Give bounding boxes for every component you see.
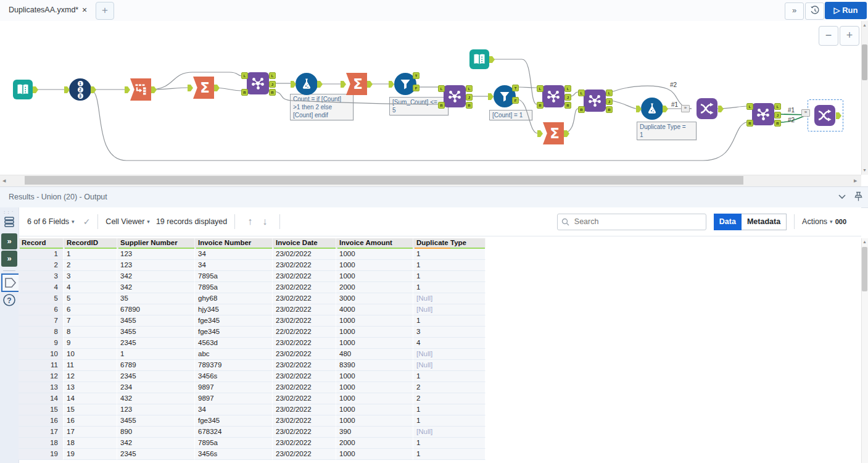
apply-check-icon[interactable]: ✓ <box>83 217 91 227</box>
table-cell[interactable]: 4 <box>413 338 486 349</box>
table-row[interactable]: 6667890hjy34523/02/20224000[Null] <box>19 304 486 315</box>
table-row[interactable]: 1111678978937923/02/20228390[Null] <box>19 360 486 371</box>
table-row[interactable]: 111233423/02/202210001 <box>19 249 486 260</box>
table-cell[interactable]: 9897 <box>195 393 273 404</box>
next-record-icon[interactable]: ↓ <box>262 216 267 227</box>
table-cell[interactable]: 2 <box>64 260 117 271</box>
table-cell[interactable]: 234 <box>117 382 195 393</box>
table-row[interactable]: 15151233423/02/202210001 <box>19 404 486 415</box>
table-cell[interactable]: 1000 <box>336 404 413 415</box>
table-cell[interactable]: 789379 <box>195 360 273 371</box>
record-number-cell[interactable]: 1 <box>19 249 64 260</box>
table-cell[interactable]: 35 <box>117 293 195 304</box>
table-cell[interactable]: 6789 <box>117 360 195 371</box>
table-cell[interactable]: 23/02/2022 <box>273 315 336 327</box>
tool-join-2[interactable] <box>444 85 466 107</box>
tool-join-3[interactable] <box>542 85 564 107</box>
table-cell[interactable]: 1 <box>64 249 117 260</box>
table-cell[interactable]: 1 <box>413 415 486 427</box>
help-button[interactable]: ? <box>1 292 17 308</box>
table-cell[interactable]: 1 <box>413 271 486 282</box>
table-row[interactable]: 221233423/02/202210001 <box>19 260 486 271</box>
table-cell[interactable]: 23/02/2022 <box>273 304 336 315</box>
table-cell[interactable]: 1000 <box>336 382 413 393</box>
table-cell[interactable]: 1000 <box>336 315 413 327</box>
data-tab[interactable]: Data <box>714 214 742 230</box>
table-cell[interactable]: 1 <box>413 315 486 327</box>
tool-join-4[interactable] <box>584 90 606 112</box>
record-number-cell[interactable]: 15 <box>19 404 64 415</box>
close-tab-icon[interactable]: × <box>82 5 87 15</box>
dock-config-button[interactable] <box>1 214 17 230</box>
overflow-menu-icon[interactable]: 000 <box>835 218 846 225</box>
chevron-down-icon[interactable]: ▾ <box>72 219 75 225</box>
tool-summarize-1[interactable]: Σ <box>193 77 214 99</box>
record-number-cell[interactable]: 18 <box>19 438 64 449</box>
table-cell[interactable]: 10 <box>64 349 117 360</box>
tool-annotation[interactable]: Duplicate Type = 1 <box>637 122 696 140</box>
table-cell[interactable]: 3 <box>64 271 117 282</box>
scroll-up-icon[interactable]: ▲ <box>862 23 867 27</box>
table-cell[interactable]: [Null] <box>413 349 486 360</box>
collapse-panel-icon[interactable] <box>838 194 846 200</box>
table-cell[interactable]: 6 <box>64 304 117 315</box>
tool-annotation[interactable]: [Count] = 1 <box>489 110 532 120</box>
new-tab-button[interactable]: + <box>96 2 114 20</box>
panel-grip[interactable]: . . . . . <box>4 209 15 211</box>
table-cell[interactable]: 19 <box>64 449 117 460</box>
table-cell[interactable]: 3455 <box>117 415 195 427</box>
table-cell[interactable]: fge345 <box>195 327 273 338</box>
column-header[interactable]: RecordID <box>64 238 117 249</box>
table-cell[interactable]: 7895a <box>195 438 273 449</box>
table-cell[interactable]: [Null] <box>413 293 486 304</box>
table-row[interactable]: 9923454563d23/02/202210004 <box>19 338 486 349</box>
scroll-left-icon[interactable]: ◀ <box>2 178 6 183</box>
table-cell[interactable]: 1 <box>413 404 486 415</box>
column-header[interactable]: Record <box>19 238 64 249</box>
search-input[interactable] <box>573 217 693 227</box>
table-cell[interactable]: 1 <box>117 349 195 360</box>
search-box[interactable] <box>557 214 706 230</box>
tool-input-2[interactable] <box>469 49 489 69</box>
column-header[interactable]: Invoice Amount <box>336 238 413 249</box>
table-cell[interactable]: 342 <box>117 271 195 282</box>
table-cell[interactable]: 23/02/2022 <box>273 271 336 282</box>
tool-join-1[interactable] <box>247 72 269 94</box>
record-number-cell[interactable]: 12 <box>19 371 64 382</box>
table-row[interactable]: 1313234989723/02/202210002 <box>19 382 486 393</box>
tool-summarize-2[interactable]: Σ <box>346 73 367 95</box>
table-cell[interactable]: 23/02/2022 <box>273 393 336 404</box>
table-cell[interactable]: 8390 <box>336 360 413 371</box>
chevron-down-icon[interactable]: ▾ <box>147 219 150 225</box>
metadata-tab[interactable]: Metadata <box>742 214 787 230</box>
zoom-in-button[interactable]: + <box>840 26 859 46</box>
prev-record-icon[interactable]: ↑ <box>247 216 252 227</box>
table-cell[interactable]: 9 <box>64 338 117 349</box>
table-cell[interactable]: 1000 <box>336 260 413 271</box>
table-cell[interactable]: ghy68 <box>195 293 273 304</box>
scroll-down-icon[interactable]: ▼ <box>862 168 867 172</box>
table-cell[interactable]: 4000 <box>336 304 413 315</box>
table-cell[interactable]: 123 <box>117 260 195 271</box>
table-row[interactable]: 18183427895a23/02/202220001 <box>19 438 486 449</box>
tool-summarize-3[interactable]: Σ <box>543 122 564 144</box>
history-button[interactable] <box>805 2 824 20</box>
table-cell[interactable]: 34 <box>195 260 273 271</box>
fields-dropdown[interactable]: 6 of 6 Fields <box>27 217 69 226</box>
table-cell[interactable]: abc <box>195 349 273 360</box>
table-row[interactable]: 773455fge34523/02/202210001 <box>19 315 486 327</box>
tool-formula-1[interactable] <box>296 73 318 95</box>
tool-annotation[interactable]: Count = if [Count] >1 then 2 else [Count… <box>290 94 353 120</box>
actions-menu[interactable]: Actions ▾ 000 <box>802 217 855 226</box>
table-cell[interactable]: 2 <box>413 382 486 393</box>
tab-workflow[interactable]: DuplicatesAA.yxmd* <box>9 6 78 14</box>
table-row[interactable]: 10101abc23/02/2022480[Null] <box>19 349 486 360</box>
tool-formula-2[interactable] <box>641 98 663 120</box>
toolbar-overflow-button[interactable]: » <box>785 2 804 20</box>
column-header[interactable]: Duplicate Type <box>413 238 486 249</box>
table-cell[interactable]: 23/02/2022 <box>273 438 336 449</box>
table-cell[interactable]: 23/02/2022 <box>273 338 336 349</box>
table-cell[interactable]: 23/02/2022 <box>273 382 336 393</box>
record-number-cell[interactable]: 11 <box>19 360 64 371</box>
table-cell[interactable]: 890 <box>117 427 195 438</box>
